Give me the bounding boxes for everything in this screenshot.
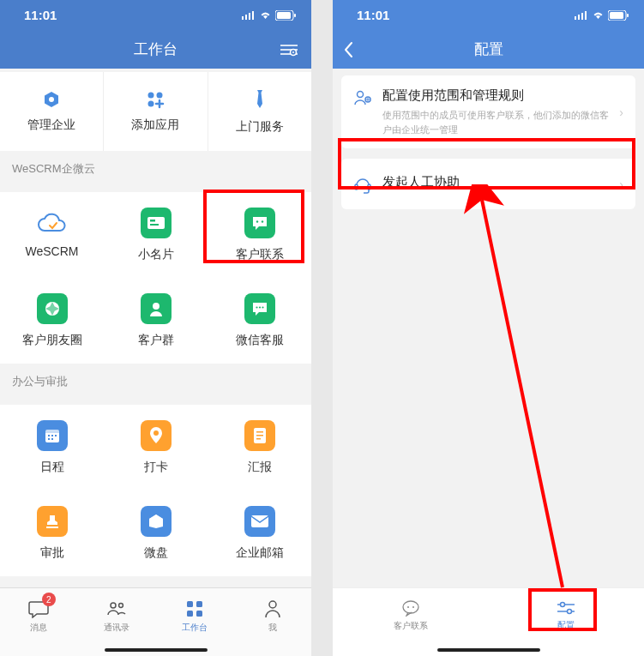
tab-me[interactable]: 我 xyxy=(233,588,311,643)
tab-workbench[interactable]: 工作台 xyxy=(156,588,234,643)
svg-point-15 xyxy=(157,93,163,99)
svg-rect-18 xyxy=(150,220,155,222)
svg-point-56 xyxy=(358,92,364,98)
svg-line-67 xyxy=(482,200,563,587)
svg-point-13 xyxy=(49,97,54,102)
customer-group-app[interactable]: 客户群 xyxy=(104,278,208,364)
card-icon xyxy=(147,217,165,229)
svg-rect-33 xyxy=(51,438,53,440)
svg-point-42 xyxy=(111,603,116,608)
config-scope-rules[interactable]: 配置使用范围和管理规则 使用范围中的成员可使用客户联系，他们添加的微信客户由企业… xyxy=(341,75,635,148)
section-office: 日程 打卡 汇报 审批 微盘 xyxy=(0,405,311,576)
chat-icon xyxy=(251,301,268,316)
phone-left: 11:01 工作台 管理企业 添加应用 上门服 xyxy=(0,0,311,656)
label: 客户联系 xyxy=(236,247,284,262)
section-title-wescrm: WeSCRM企微云 xyxy=(0,151,311,187)
svg-rect-29 xyxy=(48,435,50,436)
config-manual-assist[interactable]: 发起人工协助 › xyxy=(341,159,635,209)
section-title-office: 办公与审批 xyxy=(0,364,311,400)
svg-point-26 xyxy=(262,306,263,308)
svg-point-16 xyxy=(148,101,154,107)
wifi-icon xyxy=(592,10,605,20)
bubble-icon xyxy=(401,599,420,617)
person-icon xyxy=(262,599,283,619)
svg-rect-32 xyxy=(48,438,50,440)
config-title: 配置使用范围和管理规则 xyxy=(382,87,609,104)
svg-rect-52 xyxy=(585,11,587,20)
contacts-icon xyxy=(106,599,127,619)
svg-rect-54 xyxy=(610,12,623,19)
signal-icon xyxy=(575,11,588,20)
config-desc: 使用范围中的成员可使用客户联系，他们添加的微信客户由企业统一管理 xyxy=(382,108,609,136)
svg-rect-2 xyxy=(249,13,250,20)
battery-icon xyxy=(608,10,629,21)
config-title: 发起人工协助 xyxy=(382,174,609,190)
label: 工作台 xyxy=(182,622,208,634)
label: 汇报 xyxy=(248,460,272,475)
label: 微信客服 xyxy=(236,333,284,348)
chevron-right-icon: › xyxy=(619,105,623,119)
svg-rect-37 xyxy=(256,435,263,436)
sliders-icon xyxy=(557,600,575,616)
calendar-app[interactable]: 日程 xyxy=(0,405,104,490)
tab-messages[interactable]: 2 消息 xyxy=(0,588,78,643)
svg-point-20 xyxy=(256,220,257,222)
svg-point-34 xyxy=(153,430,159,436)
drive-icon xyxy=(148,514,164,529)
svg-rect-3 xyxy=(252,11,254,20)
label: 客户群 xyxy=(138,333,174,348)
signal-icon xyxy=(242,11,256,20)
nav-header: 工作台 xyxy=(0,30,311,69)
dots-plus-icon xyxy=(146,90,165,109)
svg-rect-5 xyxy=(277,12,291,19)
headset-icon xyxy=(353,175,372,194)
top-row: 管理企业 添加应用 上门服务 xyxy=(0,72,311,151)
customer-moments-app[interactable]: 客户朋友圈 xyxy=(0,278,104,364)
wifi-icon xyxy=(259,10,272,20)
label: 配置 xyxy=(557,619,575,631)
tie-icon xyxy=(250,88,269,111)
wescrm-app[interactable]: WeSCRM xyxy=(0,192,104,278)
home-indicator xyxy=(105,648,208,652)
svg-rect-19 xyxy=(150,224,159,226)
tab-contacts[interactable]: 通讯录 xyxy=(78,588,156,643)
label: 添加应用 xyxy=(131,117,179,133)
label: 打卡 xyxy=(144,460,168,475)
report-app[interactable]: 汇报 xyxy=(208,405,311,490)
svg-rect-50 xyxy=(578,15,580,20)
svg-point-11 xyxy=(292,51,294,53)
user-config-icon xyxy=(353,88,372,107)
config-list: 配置使用范围和管理规则 使用范围中的成员可使用客户联系，他们添加的微信客户由企业… xyxy=(333,75,644,209)
manage-enterprise[interactable]: 管理企业 xyxy=(0,72,104,151)
svg-point-48 xyxy=(269,601,276,608)
label: 审批 xyxy=(40,545,64,561)
tab-customer-contact[interactable]: 客户联系 xyxy=(333,588,489,643)
label: 通讯录 xyxy=(104,622,129,634)
approval-app[interactable]: 审批 xyxy=(0,490,104,576)
mini-card-app[interactable]: 小名片 xyxy=(104,192,208,278)
tab-bar: 2 消息 通讯录 工作台 我 xyxy=(0,587,311,656)
svg-rect-38 xyxy=(256,438,261,440)
mail-icon xyxy=(251,515,268,527)
svg-rect-41 xyxy=(251,515,268,527)
wechat-service-app[interactable]: 微信客服 xyxy=(208,278,311,364)
svg-rect-30 xyxy=(51,435,53,436)
svg-point-61 xyxy=(407,606,409,608)
settings-icon[interactable] xyxy=(280,43,298,57)
onsite-service[interactable]: 上门服务 xyxy=(208,72,311,151)
nav-title: 配置 xyxy=(474,39,503,59)
svg-rect-17 xyxy=(147,217,165,229)
add-application[interactable]: 添加应用 xyxy=(104,72,208,151)
mail-app[interactable]: 企业邮箱 xyxy=(208,490,311,576)
svg-rect-1 xyxy=(245,15,247,20)
grid-icon xyxy=(184,599,205,619)
back-icon[interactable] xyxy=(343,41,353,58)
svg-point-66 xyxy=(568,610,572,614)
drive-app[interactable]: 微盘 xyxy=(104,490,208,576)
tab-config[interactable]: 配置 xyxy=(489,588,645,643)
checkin-app[interactable]: 打卡 xyxy=(104,405,208,490)
label: 小名片 xyxy=(138,247,174,262)
customer-contact-app[interactable]: 客户联系 xyxy=(208,192,311,278)
cloud-icon xyxy=(36,212,69,236)
label: 企业邮箱 xyxy=(236,545,284,561)
